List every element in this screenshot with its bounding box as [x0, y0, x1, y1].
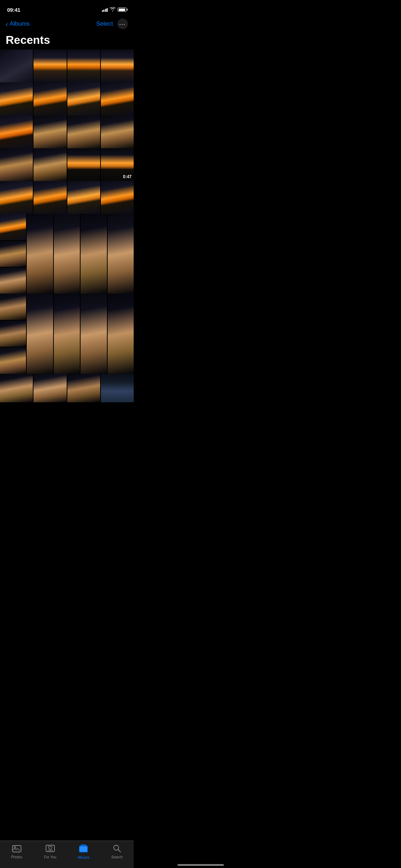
photo-cell[interactable]: [34, 50, 66, 82]
photo-grid-row5: [0, 181, 134, 214]
photo-cell[interactable]: [0, 374, 33, 402]
photo-cell[interactable]: [34, 115, 66, 148]
wifi-icon: [110, 7, 115, 12]
photo-cell[interactable]: [101, 115, 134, 148]
photo-grid-row2: [0, 82, 134, 115]
photo-grid-row4: 0:47: [0, 148, 134, 181]
photo-cell[interactable]: [0, 347, 26, 373]
photo-cell[interactable]: [67, 82, 100, 115]
photo-cell[interactable]: [108, 214, 134, 294]
photo-grid-row3: [0, 115, 134, 148]
photo-cell[interactable]: [101, 374, 134, 402]
photo-cell[interactable]: [34, 82, 66, 115]
photo-cell[interactable]: [54, 294, 80, 373]
chevron-left-icon: ‹: [6, 20, 8, 27]
nav-actions: Select ●●●: [96, 19, 128, 29]
back-button[interactable]: ‹ Albums: [6, 20, 30, 27]
photo-cell[interactable]: [67, 115, 100, 148]
more-button[interactable]: ●●●: [117, 19, 128, 29]
video-duration-badge: 0:47: [123, 174, 132, 179]
nav-bar: ‹ Albums Select ●●●: [0, 16, 134, 32]
content-area: 09:41: [0, 0, 134, 432]
photo-cell[interactable]: [0, 181, 33, 214]
status-bar: 09:41: [0, 0, 134, 16]
select-button[interactable]: Select: [96, 20, 113, 27]
battery-icon: [118, 7, 127, 12]
photo-cell[interactable]: [0, 268, 26, 294]
ferris-grid2: [0, 294, 134, 373]
back-label: Albums: [10, 20, 30, 27]
ellipsis-icon: ●●●: [119, 23, 126, 25]
photo-cell[interactable]: [67, 50, 100, 82]
photo-cell[interactable]: [81, 214, 107, 294]
bottom-strip: [0, 374, 134, 402]
photo-cell[interactable]: [34, 148, 66, 181]
photo-cell[interactable]: [108, 294, 134, 373]
photo-cell[interactable]: [67, 148, 100, 181]
photo-cell[interactable]: [67, 374, 100, 402]
photo-grid-row1: [0, 50, 134, 82]
photo-cell[interactable]: [0, 50, 33, 82]
status-icons: [102, 7, 127, 12]
photo-cell[interactable]: [0, 294, 26, 320]
photo-cell[interactable]: [0, 321, 26, 347]
photo-cell[interactable]: [101, 181, 134, 214]
photo-cell[interactable]: [27, 214, 53, 294]
photo-cell[interactable]: [34, 181, 66, 214]
photo-cell[interactable]: 0:47: [101, 148, 134, 181]
status-time: 09:41: [7, 7, 20, 13]
photo-cell[interactable]: [0, 115, 33, 148]
photo-cell[interactable]: [34, 374, 66, 402]
photo-cell[interactable]: [101, 82, 134, 115]
photo-cell[interactable]: [0, 82, 33, 115]
photo-cell[interactable]: [54, 214, 80, 294]
photo-cell[interactable]: [0, 148, 33, 181]
page-title: Recents: [0, 32, 134, 50]
photo-cell[interactable]: [0, 214, 26, 240]
signal-icon: [102, 7, 108, 12]
ferris-grid: [0, 214, 134, 294]
photo-cell[interactable]: [101, 50, 134, 82]
photo-cell[interactable]: [27, 294, 53, 373]
photo-cell[interactable]: [67, 181, 100, 214]
photo-cell[interactable]: [81, 294, 107, 373]
photo-cell[interactable]: [0, 241, 26, 267]
